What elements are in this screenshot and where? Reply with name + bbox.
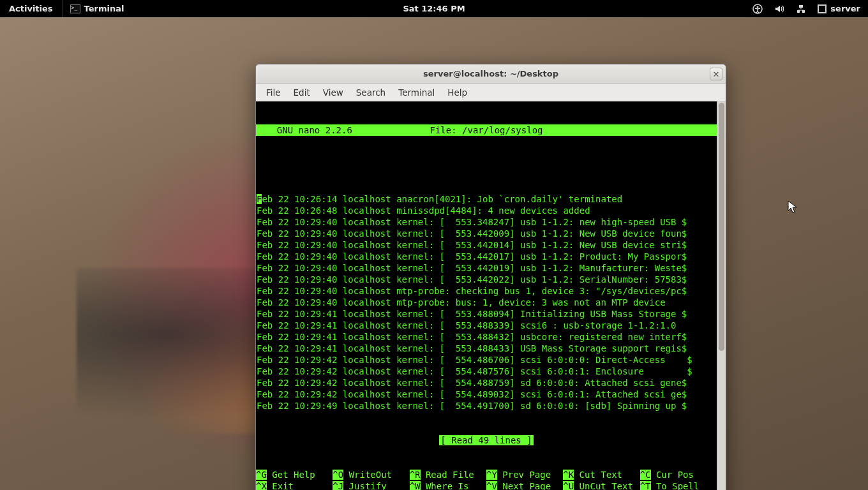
terminal-menubar: File Edit View Search Terminal Help — [256, 84, 726, 101]
log-line: Feb 22 10:26:14 localhost anacron[4021]:… — [256, 193, 717, 205]
menu-terminal[interactable]: Terminal — [392, 85, 441, 100]
log-line: Feb 22 10:29:40 localhost kernel: [ 553.… — [256, 216, 717, 228]
log-line: Feb 22 10:29:42 localhost kernel: [ 554.… — [256, 354, 717, 366]
user-name: server — [830, 4, 860, 13]
active-app-indicator[interactable]: Terminal — [62, 0, 132, 17]
window-titlebar[interactable]: server@localhost: ~/Desktop ✕ — [256, 64, 726, 84]
nano-shortcut: ^W Where Is — [410, 480, 486, 490]
nano-help-bar: ^G Get Help ^O WriteOut ^R Read File ^Y … — [256, 469, 717, 490]
log-line: Feb 22 10:29:41 localhost kernel: [ 553.… — [256, 308, 717, 320]
accessibility-icon[interactable] — [752, 4, 763, 14]
terminal-scrollbar[interactable] — [717, 101, 726, 490]
window-title: server@localhost: ~/Desktop — [423, 69, 558, 78]
network-icon[interactable] — [796, 4, 806, 14]
log-line: Feb 22 10:29:40 localhost kernel: [ 553.… — [256, 251, 717, 262]
log-line: Feb 22 10:29:49 localhost kernel: [ 554.… — [256, 400, 717, 412]
log-line: Feb 22 10:29:42 localhost kernel: [ 554.… — [256, 366, 717, 377]
nano-shortcut: ^K Cut Text — [563, 469, 640, 480]
menu-edit[interactable]: Edit — [287, 85, 317, 100]
clock[interactable]: Sat 12:46 PM — [403, 4, 465, 13]
nano-version: GNU nano 2.2.6 — [256, 124, 352, 136]
nano-shortcut: ^O WriteOut — [333, 469, 409, 480]
window-close-button[interactable]: ✕ — [710, 68, 722, 80]
mouse-cursor — [788, 200, 798, 214]
log-line: Feb 22 10:26:48 localhost minissdpd[4484… — [256, 205, 717, 216]
nano-shortcut: ^J Justify — [333, 480, 409, 490]
activities-button[interactable]: Activities — [0, 0, 62, 17]
nano-shortcut: ^V Next Page — [486, 480, 563, 490]
menu-help[interactable]: Help — [441, 85, 474, 100]
svg-rect-2 — [799, 5, 803, 8]
user-status-icon — [818, 4, 827, 13]
gnome-top-bar: Activities Terminal Sat 12:46 PM server — [0, 0, 868, 17]
log-line: Feb 22 10:29:40 localhost kernel: [ 553.… — [256, 274, 717, 285]
nano-shortcut: ^U UnCut Text — [563, 480, 640, 490]
nano-shortcut: ^R Read File — [410, 469, 486, 480]
log-line: Feb 22 10:29:40 localhost kernel: [ 553.… — [256, 262, 717, 274]
nano-shortcut: ^T To Spell — [640, 480, 717, 490]
terminal-window: server@localhost: ~/Desktop ✕ File Edit … — [255, 64, 726, 490]
log-line: Feb 22 10:29:41 localhost kernel: [ 553.… — [256, 320, 717, 331]
nano-blank-line — [256, 159, 717, 170]
nano-shortcut: ^Y Prev Page — [486, 469, 563, 480]
log-line: Feb 22 10:29:40 localhost kernel: [ 553.… — [256, 239, 717, 251]
nano-shortcut: ^C Cur Pos — [640, 469, 717, 480]
log-line: Feb 22 10:29:40 localhost kernel: [ 553.… — [256, 228, 717, 239]
log-line: Feb 22 10:29:42 localhost kernel: [ 554.… — [256, 377, 717, 389]
terminal-content[interactable]: GNU nano 2.2.6 File: /var/log/syslog Feb… — [256, 101, 717, 490]
log-line: Feb 22 10:29:41 localhost kernel: [ 553.… — [256, 331, 717, 343]
scrollbar-thumb[interactable] — [719, 103, 724, 351]
nano-shortcut: ^G Get Help — [256, 469, 333, 480]
nano-header: GNU nano 2.2.6 File: /var/log/syslog — [256, 124, 717, 136]
nano-buffer: Feb 22 10:26:14 localhost anacron[4021]:… — [256, 193, 717, 412]
log-line: Feb 22 10:29:40 localhost mtp-probe: bus… — [256, 297, 717, 308]
menu-view[interactable]: View — [317, 85, 350, 100]
log-line: Feb 22 10:29:41 localhost kernel: [ 553.… — [256, 343, 717, 354]
menu-file[interactable]: File — [260, 85, 287, 100]
terminal-icon — [70, 4, 80, 13]
log-line: Feb 22 10:29:40 localhost mtp-probe: che… — [256, 285, 717, 297]
nano-shortcut: ^X Exit — [256, 480, 333, 490]
nano-status-line: [ Read 49 lines ] — [256, 434, 717, 446]
menu-search[interactable]: Search — [350, 85, 392, 100]
volume-icon[interactable] — [774, 4, 784, 14]
svg-point-1 — [757, 6, 759, 8]
log-line: Feb 22 10:29:42 localhost kernel: [ 554.… — [256, 389, 717, 400]
user-menu[interactable]: server — [818, 4, 860, 13]
active-app-name: Terminal — [84, 4, 124, 13]
